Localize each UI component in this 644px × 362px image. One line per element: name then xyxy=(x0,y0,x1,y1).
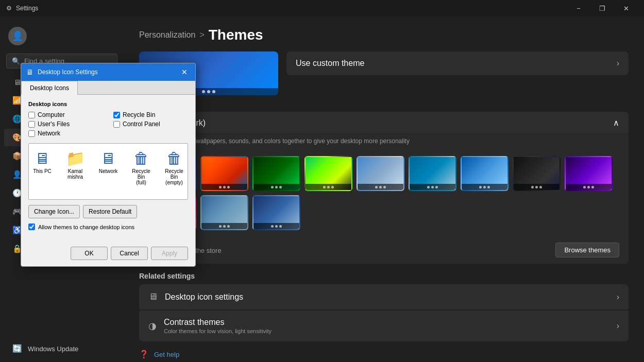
footer-links: ❓ Get help 💬 Give feedback xyxy=(139,350,629,362)
users-files-label: User's Files xyxy=(38,120,70,128)
allow-themes-checkbox[interactable] xyxy=(28,223,35,230)
change-icon-button[interactable]: Change Icon... xyxy=(28,205,80,218)
update-icon: 🔄 xyxy=(12,344,22,353)
dialog-body: Desktop icons Computer Recycle Bin User'… xyxy=(21,95,195,243)
this-pc-icon: 🖥 xyxy=(35,151,50,166)
chevron-right-icon: › xyxy=(617,59,619,68)
kamal-mishra-label: Kamal mishra xyxy=(65,168,85,180)
icon-item-kamal-mishra[interactable]: 📁 Kamal mishra xyxy=(62,149,88,182)
section-header-windows-dark[interactable]: Windows (dark) ∧ xyxy=(139,112,629,134)
theme-thumb[interactable] xyxy=(409,156,456,191)
theme-thumb[interactable] xyxy=(565,156,613,191)
theme-thumb[interactable] xyxy=(357,156,404,191)
app-icon: ⚙ xyxy=(6,5,12,12)
computer-label: Computer xyxy=(38,111,65,118)
control-panel-label: Control Panel xyxy=(123,120,160,128)
related-settings-section: Related settings 🖥 Desktop icon settings… xyxy=(139,272,629,341)
sidebar-item-label: Windows Update xyxy=(28,345,78,353)
checkbox-control-panel[interactable]: Control Panel xyxy=(113,120,188,128)
recycle-empty-icon: 🗑 xyxy=(166,151,182,166)
section-description: A combination of wallpapers, sounds, and… xyxy=(139,134,629,150)
close-button[interactable]: ✕ xyxy=(614,0,638,16)
network-checkbox[interactable] xyxy=(28,130,35,137)
chevron-right-icon: › xyxy=(617,292,619,302)
theme-thumb[interactable] xyxy=(461,156,509,191)
theme-thumb[interactable] xyxy=(252,195,300,230)
cancel-button[interactable]: Cancel xyxy=(111,247,148,260)
network-desktop-icon: 🖥 xyxy=(100,151,116,166)
theme-thumb[interactable] xyxy=(200,156,248,191)
recycle-bin-checkbox[interactable] xyxy=(113,112,120,118)
dialog-close-button[interactable]: ✕ xyxy=(179,66,190,78)
restore-button[interactable]: ❐ xyxy=(590,0,614,16)
apply-button[interactable]: Apply xyxy=(151,247,188,260)
theme-grid xyxy=(139,150,629,236)
dialog-title-icon: 🖥 xyxy=(26,68,33,76)
allow-themes-label: Allow themes to change desktop icons xyxy=(38,224,134,230)
page-title: Themes xyxy=(209,27,263,43)
browse-themes-row: re themes from the store Browse themes xyxy=(139,236,629,264)
get-help-label: Get help xyxy=(154,351,179,358)
help-icon: ❓ xyxy=(139,350,149,359)
recycle-full-icon: 🗑 xyxy=(133,151,149,166)
theme-thumb[interactable] xyxy=(252,156,300,191)
get-help-link[interactable]: ❓ Get help xyxy=(139,350,629,359)
app-title: Settings xyxy=(16,5,38,12)
icon-item-recycle-full[interactable]: 🗑 Recycle Bin (full) xyxy=(128,149,154,187)
icon-item-network[interactable]: 🖥 Network xyxy=(95,149,121,176)
minimize-button[interactable]: − xyxy=(567,0,590,16)
contrast-themes-sub: Color themes for low vision, light sensi… xyxy=(164,328,272,334)
desktop-icon-settings-row[interactable]: 🖥 Desktop icon settings › xyxy=(139,284,629,309)
icon-item-this-pc[interactable]: 🖥 This PC xyxy=(29,149,55,176)
folder-icon: 📁 xyxy=(66,151,85,166)
related-settings-heading: Related settings xyxy=(139,272,629,280)
allow-themes-row[interactable]: Allow themes to change desktop icons xyxy=(28,223,188,230)
contrast-themes-row[interactable]: ◑ Contrast themes Color themes for low v… xyxy=(139,311,629,341)
browse-themes-button[interactable]: Browse themes xyxy=(555,243,619,257)
dialog-titlebar: 🖥 Desktop Icon Settings ✕ xyxy=(21,63,195,81)
network-label: Network xyxy=(38,130,60,137)
theme-thumb[interactable] xyxy=(200,195,248,230)
breadcrumb: Personalization > Themes xyxy=(139,27,629,43)
search-icon: 🔍 xyxy=(12,57,20,65)
contrast-themes-icon: ◑ xyxy=(148,320,157,332)
sidebar-item-windows-update[interactable]: 🔄 Windows Update xyxy=(4,340,120,357)
user-profile[interactable]: 👤 xyxy=(0,21,124,51)
users-files-checkbox[interactable] xyxy=(28,121,35,128)
restore-default-button[interactable]: Restore Default xyxy=(83,205,137,218)
theme-thumb[interactable] xyxy=(304,156,352,191)
icon-item-recycle-empty[interactable]: 🗑 Recycle Bin (empty) xyxy=(161,149,187,187)
contrast-themes-label: Contrast themes xyxy=(164,318,272,327)
ok-button[interactable]: OK xyxy=(71,247,108,260)
checkbox-recycle-bin[interactable]: Recycle Bin xyxy=(113,111,188,118)
control-panel-checkbox[interactable] xyxy=(113,121,120,128)
desktop-icon-settings-icon: 🖥 xyxy=(148,291,158,302)
avatar: 👤 xyxy=(8,27,27,45)
dialog-tabs: Desktop Icons xyxy=(21,81,195,95)
collapse-icon: ∧ xyxy=(613,118,619,128)
recycle-full-label: Recycle Bin (full) xyxy=(131,168,151,185)
network-icon-label: Network xyxy=(99,168,118,174)
checkbox-network[interactable]: Network xyxy=(28,130,103,137)
dialog-title: Desktop Icon Settings xyxy=(38,68,98,76)
dialog-footer: OK Cancel Apply xyxy=(21,243,195,266)
this-pc-label: This PC xyxy=(33,168,52,174)
icon-preview-area: 🖥 This PC 📁 Kamal mishra 🖥 Network 🗑 Rec… xyxy=(28,143,188,200)
main-content: Personalization > Themes Use custom them… xyxy=(124,16,644,362)
window-controls: − ❐ ✕ xyxy=(567,0,638,16)
breadcrumb-parent[interactable]: Personalization xyxy=(139,30,195,40)
title-bar: ⚙ Settings − ❐ ✕ xyxy=(0,0,644,16)
dialog-tab-desktop-icons[interactable]: Desktop Icons xyxy=(21,81,78,95)
computer-checkbox[interactable] xyxy=(28,112,35,118)
checkbox-users-files[interactable]: User's Files xyxy=(28,120,103,128)
chevron-right-icon: › xyxy=(617,321,619,331)
desktop-icon-settings-label: Desktop icon settings xyxy=(165,292,243,302)
recycle-bin-label: Recycle Bin xyxy=(123,111,155,118)
breadcrumb-separator: > xyxy=(199,30,204,40)
custom-theme-row[interactable]: Use custom theme › xyxy=(286,51,629,75)
desktop-icons-checkboxes: Computer Recycle Bin User's Files Contro… xyxy=(28,111,188,137)
recycle-empty-label: Recycle Bin (empty) xyxy=(164,168,184,185)
theme-thumb[interactable] xyxy=(513,156,561,191)
checkbox-computer[interactable]: Computer xyxy=(28,111,103,118)
custom-theme-label: Use custom theme xyxy=(296,59,364,68)
